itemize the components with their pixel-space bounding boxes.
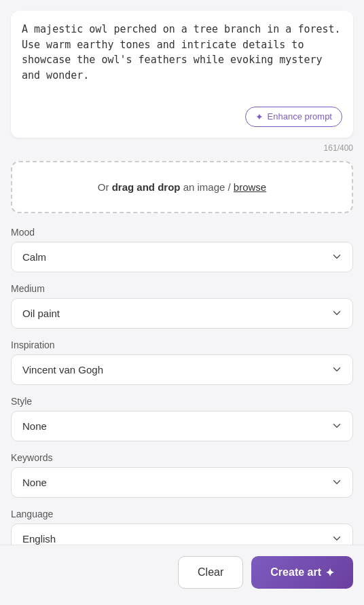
drop-zone[interactable]: Or drag and drop an image / browse — [11, 161, 353, 213]
style-label: Style — [11, 396, 353, 407]
mood-dropdown[interactable]: Calm Happy Mysterious Dramatic Serene En… — [11, 242, 353, 272]
language-label: Language — [11, 509, 353, 519]
keywords-dropdown[interactable]: None Nature Portrait Landscape Architect… — [11, 467, 353, 498]
keywords-section: Keywords None Nature Portrait Landscape … — [11, 452, 353, 498]
prompt-card: A majestic owl perched on a tree branch … — [11, 11, 353, 138]
enhance-prompt-label: Enhance prompt — [268, 111, 332, 122]
medium-label: Medium — [11, 283, 353, 294]
clear-button[interactable]: Clear — [178, 556, 243, 589]
inspiration-label: Inspiration — [11, 340, 353, 350]
drop-zone-middle: an image / — [180, 181, 233, 193]
sparkle-enhance-icon: ✦ — [255, 111, 263, 122]
char-count: 161/400 — [11, 143, 353, 153]
inspiration-dropdown[interactable]: Vincent van Gogh Pablo Picasso Claude Mo… — [11, 354, 353, 385]
prompt-textarea[interactable]: A majestic owl perched on a tree branch … — [22, 22, 342, 98]
sparkle-icon: ✦ — [325, 566, 334, 579]
browse-link[interactable]: browse — [234, 181, 266, 193]
drop-zone-prefix: Or — [98, 181, 112, 193]
bottom-bar: Clear Create art ✦ — [0, 545, 364, 605]
create-art-label: Create art — [270, 566, 321, 579]
enhance-prompt-button[interactable]: ✦ Enhance prompt — [245, 107, 342, 127]
enhance-btn-container: ✦ Enhance prompt — [22, 107, 342, 127]
page-container: A majestic owl perched on a tree branch … — [0, 0, 364, 605]
drop-zone-bold: drag and drop — [112, 181, 181, 193]
create-art-button[interactable]: Create art ✦ — [251, 556, 353, 589]
mood-label: Mood — [11, 227, 353, 238]
style-dropdown[interactable]: None Abstract Realism Impressionism Surr… — [11, 411, 353, 441]
medium-section: Medium Oil paint Watercolor Digital Penc… — [11, 283, 353, 329]
style-section: Style None Abstract Realism Impressionis… — [11, 396, 353, 441]
inspiration-section: Inspiration Vincent van Gogh Pablo Picas… — [11, 340, 353, 385]
medium-dropdown[interactable]: Oil paint Watercolor Digital Pencil Acry… — [11, 298, 353, 329]
keywords-label: Keywords — [11, 452, 353, 463]
mood-section: Mood Calm Happy Mysterious Dramatic Sere… — [11, 227, 353, 272]
